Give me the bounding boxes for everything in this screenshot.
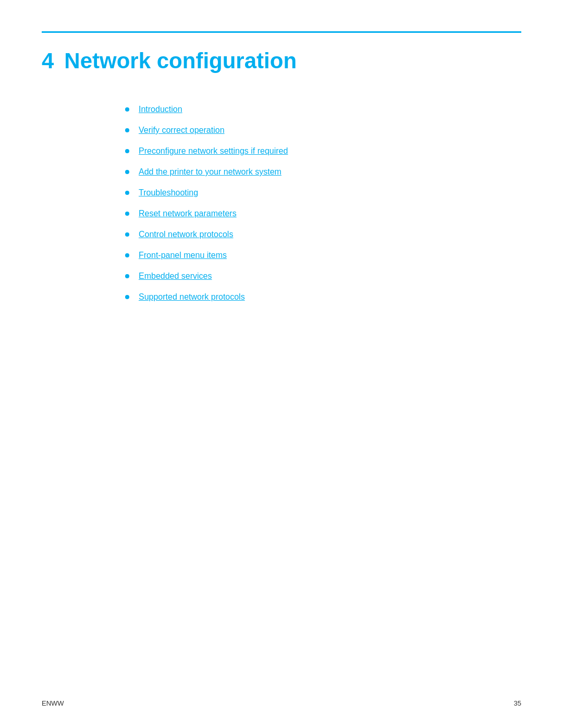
bullet-icon bbox=[125, 274, 129, 278]
list-item: Introduction bbox=[125, 105, 521, 114]
list-item: Front-panel menu items bbox=[125, 251, 521, 260]
toc-link-troubleshooting[interactable]: Troubleshooting bbox=[139, 188, 198, 198]
list-item: Embedded services bbox=[125, 272, 521, 281]
list-item: Control network protocols bbox=[125, 230, 521, 239]
bullet-icon bbox=[125, 212, 129, 216]
bullet-icon bbox=[125, 107, 129, 112]
list-item: Troubleshooting bbox=[125, 188, 521, 198]
toc-link-front-panel-menu-items[interactable]: Front-panel menu items bbox=[139, 251, 227, 260]
toc-link-preconfigure-network-settings[interactable]: Preconfigure network settings if require… bbox=[139, 146, 288, 156]
toc-link-reset-network-parameters[interactable]: Reset network parameters bbox=[139, 209, 237, 218]
page-footer: ENWW 35 bbox=[42, 699, 521, 707]
footer-label: ENWW bbox=[42, 699, 64, 707]
list-item: Add the printer to your network system bbox=[125, 167, 521, 177]
bullet-icon bbox=[125, 295, 129, 299]
toc-link-verify-correct-operation[interactable]: Verify correct operation bbox=[139, 126, 225, 135]
list-item: Preconfigure network settings if require… bbox=[125, 146, 521, 156]
toc-link-embedded-services[interactable]: Embedded services bbox=[139, 272, 212, 281]
bullet-icon bbox=[125, 128, 129, 132]
toc-list: Introduction Verify correct operation Pr… bbox=[125, 105, 521, 302]
bullet-icon bbox=[125, 232, 129, 237]
top-rule bbox=[42, 31, 521, 33]
list-item: Verify correct operation bbox=[125, 126, 521, 135]
chapter-title: Network configuration bbox=[64, 48, 297, 73]
toc-link-introduction[interactable]: Introduction bbox=[139, 105, 182, 114]
chapter-header: 4 Network configuration bbox=[42, 48, 521, 73]
list-item: Supported network protocols bbox=[125, 292, 521, 302]
bullet-icon bbox=[125, 170, 129, 174]
toc-link-add-printer-to-network[interactable]: Add the printer to your network system bbox=[139, 167, 282, 177]
toc-link-supported-network-protocols[interactable]: Supported network protocols bbox=[139, 292, 245, 302]
toc-link-control-network-protocols[interactable]: Control network protocols bbox=[139, 230, 233, 239]
chapter-number: 4 bbox=[42, 48, 54, 73]
bullet-icon bbox=[125, 191, 129, 195]
bullet-icon bbox=[125, 253, 129, 257]
bullet-icon bbox=[125, 149, 129, 153]
footer-page-number: 35 bbox=[514, 699, 521, 707]
list-item: Reset network parameters bbox=[125, 209, 521, 218]
page-container: 4 Network configuration Introduction Ver… bbox=[0, 0, 563, 728]
